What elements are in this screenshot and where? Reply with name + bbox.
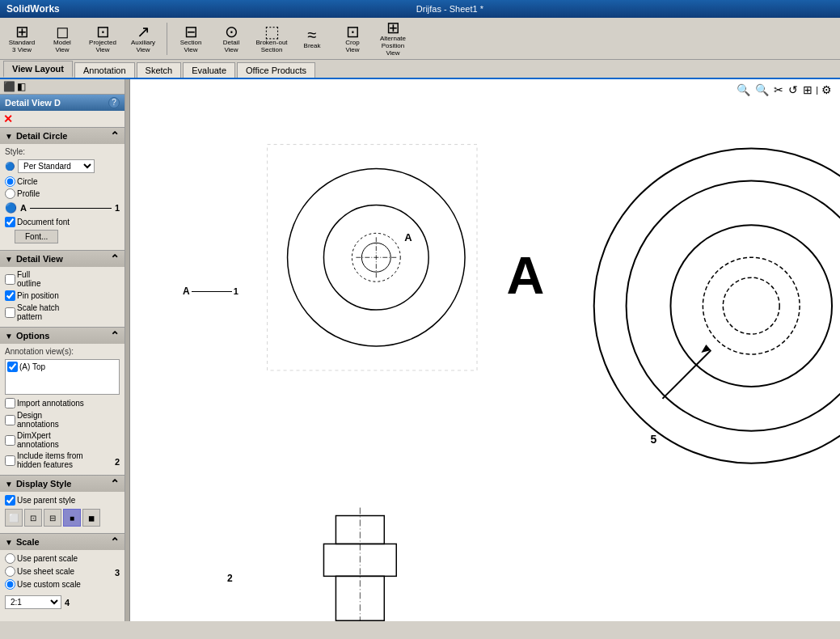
use-custom-scale-label: Use custom scale (17, 580, 81, 589)
options-section-header[interactable]: ▼Options ⌃ (0, 327, 125, 344)
use-sheet-scale-label: Use sheet scale (17, 567, 74, 576)
import-annotations-checkbox[interactable] (5, 398, 15, 408)
scale-section-header[interactable]: ▼Scale ⌃ (0, 533, 125, 550)
drawing-area[interactable]: 🔍 🔍 ✂ ↺ ⊞ | ⚙ A A (130, 79, 840, 621)
callout-1-label: 1 (115, 203, 120, 213)
arrow-1-line (192, 291, 232, 292)
dimxpert-annotations-checkbox[interactable] (5, 435, 15, 446)
section-icon[interactable]: ✂ (772, 83, 785, 97)
pin-position-label: Pin position (17, 291, 59, 300)
help-icon[interactable]: ? (108, 97, 120, 108)
panel-title: Detail View D (5, 98, 61, 108)
use-custom-scale-radio[interactable] (5, 579, 15, 590)
rotate-icon[interactable]: ↺ (787, 83, 800, 97)
profile-radio[interactable] (5, 188, 15, 199)
style-select[interactable]: Per StandardConnectedWith leaderWithout … (18, 159, 95, 173)
annotation-view-top-label: (A) Top (19, 362, 45, 371)
detail-arrow-right (30, 208, 112, 209)
font-button[interactable]: Font... (15, 230, 58, 243)
custom-scale-select[interactable]: 2:11:11:2 (5, 595, 61, 609)
scale-hatch-checkbox[interactable] (5, 307, 15, 318)
crop-view-button[interactable]: ⊡ CropView (334, 20, 371, 57)
options-content: Annotation view(s): (A) Top Import annot… (0, 344, 125, 475)
include-hidden-label: Include items fromhidden features (17, 451, 83, 469)
annotation-views-label: Annotation view(s): (5, 347, 120, 356)
shaded-with-edges-button[interactable]: ■ (63, 509, 81, 527)
scale-content: Use parent scale Use sheet scale Use cus… (0, 550, 125, 612)
panel-icon-1[interactable]: ⬛ (3, 81, 15, 92)
document-font-label: Document font (17, 218, 70, 226)
pin-position-checkbox[interactable] (5, 290, 15, 301)
design-annotations-label: Designannotations (17, 411, 59, 429)
view-orient-icon[interactable]: ⊞ (801, 83, 814, 97)
break-button[interactable]: ≈ Break (293, 20, 331, 57)
design-annotations-checkbox[interactable] (5, 415, 15, 425)
detail-view-section-header[interactable]: ▼Detail View ⌃ (0, 250, 125, 267)
circle-label: Circle (17, 177, 38, 186)
use-parent-scale-radio[interactable] (5, 553, 15, 564)
display-style-icons: ⬜ ⊡ ⊟ ■ ◼ (5, 509, 120, 527)
zoom-out-icon[interactable]: 🔍 (753, 83, 770, 97)
display-style-section-header[interactable]: ▼Display Style ⌃ (0, 475, 125, 492)
detail-circle-content: Style: 🔵 Per StandardConnectedWith leade… (0, 144, 125, 250)
full-outline-checkbox[interactable] (5, 274, 15, 285)
use-sheet-scale-radio[interactable] (5, 566, 15, 577)
detail-circle-section-header[interactable]: ▼Detail Circle ⌃ (0, 127, 125, 144)
svg-point-11 (723, 277, 779, 334)
hidden-lines-removed-button[interactable]: ⊟ (44, 509, 61, 527)
titlebar: SolidWorks Drijfas - Sheet1 * (0, 0, 840, 18)
use-parent-style-checkbox[interactable] (5, 495, 15, 506)
model-view-button[interactable]: ◻ ModelView (44, 20, 81, 57)
anno-2-num: 2 (227, 573, 233, 584)
section-view-button[interactable]: ⊟ SectionView (172, 20, 209, 57)
document-font-checkbox[interactable] (5, 217, 15, 227)
detail-label-a-drawing: A (404, 231, 412, 243)
include-hidden-checkbox[interactable] (5, 455, 15, 466)
shaded-button[interactable]: ◼ (82, 509, 100, 527)
detail-view-button[interactable]: ⊙ DetailView (213, 20, 250, 57)
detail-view-content: Fulloutline Pin position Scale hatchpatt… (0, 267, 125, 327)
hidden-lines-visible-button[interactable]: ⊡ (24, 509, 42, 527)
svg-point-7 (594, 149, 840, 463)
panel-header: Detail View D ? (0, 95, 125, 111)
detail-label-a: A (20, 203, 27, 213)
projected-view-button[interactable]: ⊡ ProjectedView (84, 20, 121, 57)
settings-icon[interactable]: ⚙ (820, 83, 834, 97)
callout-5-svg: 5 (651, 433, 657, 446)
tab-annotation[interactable]: Annotation (74, 62, 135, 78)
style-label: Style: (5, 147, 25, 156)
svg-point-8 (627, 180, 840, 430)
annotation-1: A 1 (183, 286, 238, 297)
wireframe-button[interactable]: ⬜ (5, 509, 23, 527)
collapse-detail-view[interactable]: ⌃ (110, 252, 120, 265)
auxiliary-view-button[interactable]: ↗ AuxiliaryView (125, 20, 162, 57)
letter-a-display: A (506, 246, 544, 305)
callout-3-label: 3 (115, 568, 120, 578)
close-panel-button[interactable]: ✕ (3, 112, 13, 125)
collapse-scale[interactable]: ⌃ (110, 535, 120, 548)
collapse-options[interactable]: ⌃ (110, 329, 120, 342)
annotation-view-top-checkbox[interactable] (7, 362, 18, 372)
tab-sketch[interactable]: Sketch (137, 62, 182, 78)
tab-evaluate[interactable]: Evaluate (183, 62, 235, 78)
svg-point-9 (670, 225, 832, 387)
tab-view-layout[interactable]: View Layout (3, 61, 73, 78)
standard-3view-button[interactable]: ⊞ Standard3 View (3, 20, 40, 57)
annotation-2: 2 (227, 573, 233, 584)
tab-office-products[interactable]: Office Products (237, 62, 315, 78)
zoom-in-icon[interactable]: 🔍 (735, 83, 752, 97)
scale-hatch-label: Scale hatchpattern (17, 303, 59, 321)
dimxpert-annotations-label: DimXpertannotations (17, 431, 59, 449)
callout-4-label: 4 (65, 598, 70, 607)
collapse-display-style[interactable]: ⌃ (110, 477, 120, 490)
main-area: ⬛ ◧ Detail View D ? ✕ ▼Detail Circle ⌃ S… (0, 79, 840, 621)
detail-circle-icon: 🔵 (5, 202, 17, 214)
svg-point-10 (703, 257, 800, 354)
circle-radio[interactable] (5, 176, 15, 187)
left-panel: ⬛ ◧ Detail View D ? ✕ ▼Detail Circle ⌃ S… (0, 79, 125, 621)
panel-icon-2[interactable]: ◧ (17, 81, 26, 92)
broken-out-section-button[interactable]: ⬚ Broken-outSection (253, 20, 290, 57)
collapse-detail-circle[interactable]: ⌃ (110, 129, 120, 142)
alternate-position-view-button[interactable]: ⊞ AlternatePositionView (374, 20, 412, 57)
use-parent-scale-label: Use parent scale (17, 554, 78, 563)
